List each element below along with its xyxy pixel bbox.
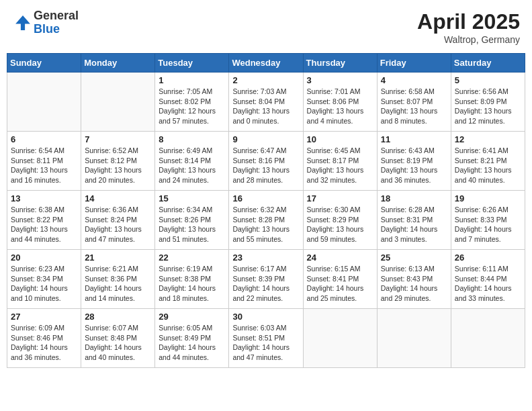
day-info: Sunrise: 6:17 AMSunset: 8:39 PMDaylight:… <box>232 264 299 304</box>
day-info: Sunrise: 6:19 AMSunset: 8:38 PMDaylight:… <box>159 264 225 304</box>
calendar-day-cell: 14Sunrise: 6:36 AMSunset: 8:24 PMDayligh… <box>81 191 155 250</box>
calendar-day-cell <box>7 73 81 132</box>
calendar-day-cell: 5Sunrise: 6:56 AMSunset: 8:09 PMDaylight… <box>451 73 525 132</box>
day-info: Sunrise: 6:21 AMSunset: 8:36 PMDaylight:… <box>85 264 151 304</box>
day-info: Sunrise: 6:38 AMSunset: 8:22 PMDaylight:… <box>11 205 77 244</box>
weekday-header: Sunday <box>7 54 81 73</box>
day-number: 2 <box>232 75 299 85</box>
page-header: General Blue April 2025 Waltrop, Germany <box>7 7 525 48</box>
calendar-week-row: 6Sunrise: 6:54 AMSunset: 8:11 PMDaylight… <box>7 132 525 191</box>
day-info: Sunrise: 6:05 AMSunset: 8:49 PMDaylight:… <box>159 323 225 363</box>
weekday-header: Friday <box>377 54 451 73</box>
calendar-day-cell: 22Sunrise: 6:19 AMSunset: 8:38 PMDayligh… <box>155 250 229 309</box>
day-number: 8 <box>159 134 225 144</box>
day-number: 23 <box>232 253 299 263</box>
logo-blue: Blue <box>34 23 79 36</box>
calendar-day-cell <box>303 309 377 368</box>
day-number: 4 <box>381 75 447 85</box>
calendar-day-cell: 2Sunrise: 7:03 AMSunset: 8:04 PMDaylight… <box>229 73 303 132</box>
day-number: 26 <box>455 253 521 263</box>
calendar-day-cell: 29Sunrise: 6:05 AMSunset: 8:49 PMDayligh… <box>155 309 229 368</box>
weekday-header: Saturday <box>451 54 525 73</box>
day-number: 24 <box>307 253 373 263</box>
logo: General Blue <box>12 9 79 36</box>
calendar-day-cell: 12Sunrise: 6:41 AMSunset: 8:21 PMDayligh… <box>451 132 525 191</box>
day-info: Sunrise: 7:05 AMSunset: 8:02 PMDaylight:… <box>159 87 225 126</box>
day-info: Sunrise: 6:07 AMSunset: 8:48 PMDaylight:… <box>85 323 151 363</box>
day-number: 6 <box>11 134 77 144</box>
calendar-day-cell: 16Sunrise: 6:32 AMSunset: 8:28 PMDayligh… <box>229 191 303 250</box>
calendar-day-cell: 8Sunrise: 6:49 AMSunset: 8:14 PMDaylight… <box>155 132 229 191</box>
calendar-week-row: 27Sunrise: 6:09 AMSunset: 8:46 PMDayligh… <box>7 309 525 368</box>
day-number: 17 <box>307 193 373 203</box>
calendar-day-cell: 18Sunrise: 6:28 AMSunset: 8:31 PMDayligh… <box>377 191 451 250</box>
day-info: Sunrise: 6:36 AMSunset: 8:24 PMDaylight:… <box>85 205 151 244</box>
day-info: Sunrise: 6:09 AMSunset: 8:46 PMDaylight:… <box>11 323 77 363</box>
day-number: 3 <box>307 75 373 85</box>
day-info: Sunrise: 6:41 AMSunset: 8:21 PMDaylight:… <box>455 146 521 185</box>
calendar-day-cell <box>377 309 451 368</box>
day-number: 28 <box>85 312 151 322</box>
calendar-day-cell: 10Sunrise: 6:45 AMSunset: 8:17 PMDayligh… <box>303 132 377 191</box>
day-number: 13 <box>11 193 77 203</box>
calendar-day-cell: 28Sunrise: 6:07 AMSunset: 8:48 PMDayligh… <box>81 309 155 368</box>
calendar-day-cell: 27Sunrise: 6:09 AMSunset: 8:46 PMDayligh… <box>7 309 81 368</box>
calendar-day-cell: 24Sunrise: 6:15 AMSunset: 8:41 PMDayligh… <box>303 250 377 309</box>
logo-icon <box>13 13 32 32</box>
calendar-day-cell: 26Sunrise: 6:11 AMSunset: 8:44 PMDayligh… <box>451 250 525 309</box>
svg-marker-0 <box>15 15 30 30</box>
calendar-day-cell: 23Sunrise: 6:17 AMSunset: 8:39 PMDayligh… <box>229 250 303 309</box>
day-info: Sunrise: 6:23 AMSunset: 8:34 PMDaylight:… <box>11 264 77 304</box>
calendar-day-cell <box>451 309 525 368</box>
calendar-day-cell <box>81 73 155 132</box>
calendar-day-cell: 25Sunrise: 6:13 AMSunset: 8:43 PMDayligh… <box>377 250 451 309</box>
calendar-week-row: 20Sunrise: 6:23 AMSunset: 8:34 PMDayligh… <box>7 250 525 309</box>
day-info: Sunrise: 6:32 AMSunset: 8:28 PMDaylight:… <box>232 205 299 244</box>
day-number: 14 <box>85 193 151 203</box>
day-number: 16 <box>232 193 299 203</box>
calendar-day-cell: 3Sunrise: 7:01 AMSunset: 8:06 PMDaylight… <box>303 73 377 132</box>
day-info: Sunrise: 6:03 AMSunset: 8:51 PMDaylight:… <box>232 323 299 363</box>
calendar-week-row: 13Sunrise: 6:38 AMSunset: 8:22 PMDayligh… <box>7 191 525 250</box>
day-info: Sunrise: 6:28 AMSunset: 8:31 PMDaylight:… <box>381 205 447 244</box>
weekday-header: Thursday <box>303 54 377 73</box>
day-info: Sunrise: 6:54 AMSunset: 8:11 PMDaylight:… <box>11 146 77 185</box>
calendar-week-row: 1Sunrise: 7:05 AMSunset: 8:02 PMDaylight… <box>7 73 525 132</box>
day-info: Sunrise: 6:34 AMSunset: 8:26 PMDaylight:… <box>159 205 225 244</box>
day-number: 21 <box>85 253 151 263</box>
day-info: Sunrise: 6:13 AMSunset: 8:43 PMDaylight:… <box>381 264 447 304</box>
day-number: 9 <box>232 134 299 144</box>
day-number: 15 <box>159 193 225 203</box>
calendar-day-cell: 1Sunrise: 7:05 AMSunset: 8:02 PMDaylight… <box>155 73 229 132</box>
calendar-day-cell: 17Sunrise: 6:30 AMSunset: 8:29 PMDayligh… <box>303 191 377 250</box>
day-info: Sunrise: 6:52 AMSunset: 8:12 PMDaylight:… <box>85 146 151 185</box>
day-info: Sunrise: 6:43 AMSunset: 8:19 PMDaylight:… <box>381 146 447 185</box>
day-number: 10 <box>307 134 373 144</box>
calendar-table: SundayMondayTuesdayWednesdayThursdayFrid… <box>7 53 525 368</box>
day-info: Sunrise: 6:30 AMSunset: 8:29 PMDaylight:… <box>307 205 373 244</box>
day-info: Sunrise: 6:11 AMSunset: 8:44 PMDaylight:… <box>455 264 521 304</box>
day-number: 30 <box>232 312 299 322</box>
weekday-header: Monday <box>81 54 155 73</box>
calendar-day-cell: 15Sunrise: 6:34 AMSunset: 8:26 PMDayligh… <box>155 191 229 250</box>
day-info: Sunrise: 6:15 AMSunset: 8:41 PMDaylight:… <box>307 264 373 304</box>
calendar-day-cell: 13Sunrise: 6:38 AMSunset: 8:22 PMDayligh… <box>7 191 81 250</box>
calendar-location: Waltrop, Germany <box>417 34 520 45</box>
day-number: 7 <box>85 134 151 144</box>
logo-text: General Blue <box>34 9 79 36</box>
weekday-header: Wednesday <box>229 54 303 73</box>
logo-general: General <box>34 9 79 23</box>
calendar-day-cell: 20Sunrise: 6:23 AMSunset: 8:34 PMDayligh… <box>7 250 81 309</box>
day-number: 19 <box>455 193 521 203</box>
day-info: Sunrise: 6:47 AMSunset: 8:16 PMDaylight:… <box>232 146 299 185</box>
day-number: 27 <box>11 312 77 322</box>
title-block: April 2025 Waltrop, Germany <box>417 9 520 45</box>
day-number: 11 <box>381 134 447 144</box>
day-info: Sunrise: 6:45 AMSunset: 8:17 PMDaylight:… <box>307 146 373 185</box>
day-info: Sunrise: 6:49 AMSunset: 8:14 PMDaylight:… <box>159 146 225 185</box>
calendar-day-cell: 6Sunrise: 6:54 AMSunset: 8:11 PMDaylight… <box>7 132 81 191</box>
calendar-title: April 2025 <box>417 9 520 34</box>
day-number: 12 <box>455 134 521 144</box>
day-number: 22 <box>159 253 225 263</box>
calendar-day-cell: 11Sunrise: 6:43 AMSunset: 8:19 PMDayligh… <box>377 132 451 191</box>
